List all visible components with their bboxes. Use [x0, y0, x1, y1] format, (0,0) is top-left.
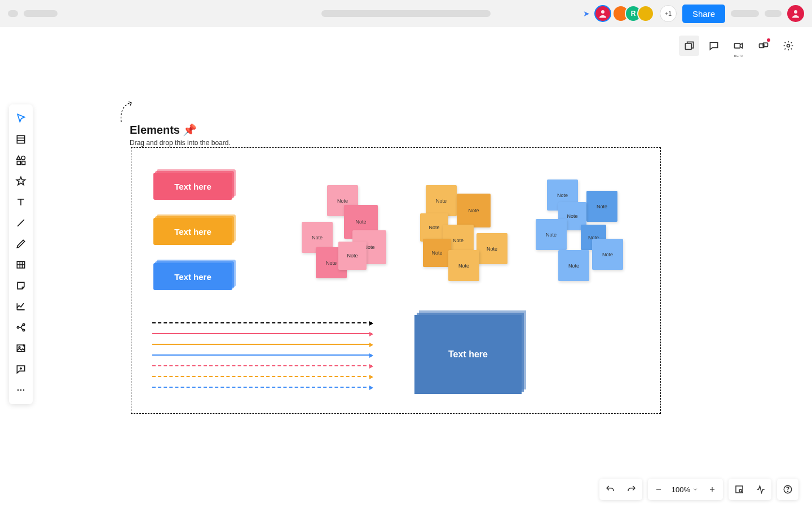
zoom-in-button[interactable] — [701, 479, 723, 500]
arrow-line[interactable] — [152, 376, 372, 377]
menu-placeholder-icon[interactable] — [8, 10, 18, 17]
profile-avatar[interactable] — [787, 5, 804, 22]
sticky-note[interactable]: Note — [476, 233, 508, 264]
bottom-toolbar: 100% — [599, 479, 798, 500]
note-cluster-blue[interactable]: Note Note Note Note Note Note Note — [533, 177, 637, 287]
section-title: Elements 📌 — [130, 123, 231, 137]
live-cursor-icon: ➤ — [583, 9, 590, 18]
help-group — [777, 479, 798, 500]
zoom-out-button[interactable] — [648, 479, 669, 500]
sticky-note[interactable]: Note — [457, 194, 491, 227]
minimap-button[interactable] — [729, 479, 750, 500]
avatar[interactable] — [594, 5, 611, 22]
tag-label: Text here — [174, 272, 211, 282]
activity-button[interactable] — [750, 479, 771, 500]
topbar-left — [8, 10, 58, 17]
arrow-sketch-icon — [118, 100, 135, 123]
arrow-line[interactable] — [152, 354, 372, 356]
svg-point-1 — [794, 10, 797, 14]
topbar-right: ➤ R +1 Share — [583, 5, 804, 23]
arrow-line[interactable] — [152, 387, 372, 388]
sticky-note[interactable]: Note — [558, 250, 589, 281]
sticky-note[interactable]: Note — [426, 185, 457, 216]
section-subtitle: Drag and drop this into the board. — [130, 139, 231, 147]
tag-stack[interactable]: Text here — [153, 218, 232, 245]
help-button[interactable] — [777, 479, 798, 500]
zoom-level[interactable]: 100% — [669, 485, 692, 494]
avatar[interactable] — [637, 5, 654, 22]
svg-point-0 — [601, 10, 604, 14]
note-cluster-orange[interactable]: Note Note Note Note Note Note Note — [414, 182, 516, 287]
tag-label: Text here — [174, 182, 211, 191]
map-group — [729, 479, 771, 500]
arrow-line[interactable] — [152, 365, 372, 366]
top-app-bar: ➤ R +1 Share — [0, 0, 812, 27]
sticky-note[interactable]: Note — [423, 239, 451, 267]
tag-label: Text here — [174, 227, 211, 237]
frame-stack[interactable]: Text here — [414, 315, 522, 394]
sticky-note[interactable]: Note — [448, 250, 479, 281]
more-collaborators-badge[interactable]: +1 — [660, 5, 677, 22]
topbar-placeholder[interactable] — [765, 10, 782, 17]
canvas-area[interactable]: Elements 📌 Drag and drop this into the b… — [0, 27, 812, 508]
topbar-center-placeholder — [321, 10, 491, 17]
sticky-note[interactable]: Note — [536, 219, 567, 250]
share-button[interactable]: Share — [682, 5, 725, 23]
arrow-line[interactable] — [152, 322, 372, 323]
chevron-down-icon[interactable] — [692, 487, 701, 492]
arrow-line[interactable] — [152, 333, 372, 334]
elements-heading: Elements 📌 Drag and drop this into the b… — [130, 123, 231, 147]
undo-button[interactable] — [599, 479, 621, 500]
redo-button[interactable] — [621, 479, 642, 500]
sticky-note[interactable]: Note — [592, 239, 623, 270]
note-cluster-pink[interactable]: Note Note Note Note Note Note — [299, 182, 395, 281]
svg-point-32 — [787, 491, 788, 492]
arrow-line[interactable] — [152, 344, 372, 345]
topbar-placeholder[interactable] — [731, 10, 759, 17]
tag-stack[interactable]: Text here — [153, 263, 232, 290]
frame-label: Text here — [448, 349, 488, 360]
collaborator-stack[interactable]: R — [617, 5, 654, 22]
sticky-note[interactable]: Note — [338, 242, 367, 270]
board-name-placeholder[interactable] — [24, 10, 58, 17]
sticky-note[interactable]: Note — [586, 191, 617, 222]
tag-stack[interactable]: Text here — [153, 173, 232, 200]
undo-redo-group — [599, 479, 642, 500]
zoom-group: 100% — [648, 479, 723, 500]
